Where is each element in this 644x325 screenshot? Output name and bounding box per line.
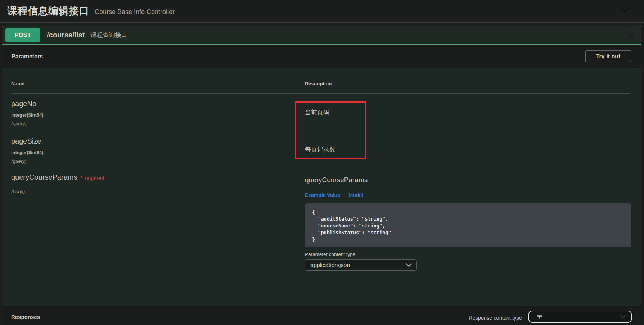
model-tabs: Example Value Model bbox=[305, 192, 363, 198]
param-name-row: queryCourseParams * required bbox=[11, 173, 104, 181]
tag-header: 课程信息编辑接口 Course Base Info Controller bbox=[0, 0, 644, 23]
operation-path: /course/list bbox=[47, 31, 85, 39]
response-content-type-select[interactable]: */* bbox=[528, 311, 632, 323]
response-content-type-value: */* bbox=[529, 314, 542, 320]
param-name-pageSize: pageSize bbox=[11, 137, 41, 145]
responses-header: Responses Response content type */* bbox=[2, 306, 641, 325]
param-description-pageNo: 当前页码 bbox=[305, 108, 329, 117]
responses-title: Responses bbox=[11, 314, 40, 320]
parameters-header: Parameters Try it out bbox=[2, 45, 641, 68]
tag-subtitle: Course Base Info Controller bbox=[95, 7, 175, 16]
response-content-type-label: Response content type bbox=[469, 315, 522, 321]
opblock-summary[interactable]: POST /course/list 课程查询接口 bbox=[2, 26, 641, 45]
tab-separator bbox=[344, 192, 344, 198]
param-type-pageNo: integer($int64) bbox=[11, 112, 44, 118]
chevron-down-icon[interactable] bbox=[621, 7, 630, 13]
swagger-page: 课程信息编辑接口 Course Base Info Controller POS… bbox=[0, 0, 644, 325]
example-value-block[interactable]: { "auditStatus": "string", "courseName":… bbox=[305, 203, 631, 247]
required-label: required bbox=[85, 175, 104, 181]
parameter-content-type-label: Parameter content type bbox=[305, 252, 355, 257]
param-type-pageSize: integer($int64) bbox=[11, 150, 44, 155]
parameters-title: Parameters bbox=[12, 53, 43, 60]
parameter-content-type-value: application/json bbox=[305, 262, 350, 268]
param-location-pageSize: (query) bbox=[11, 158, 27, 164]
chevron-down-icon bbox=[406, 263, 412, 267]
lock-open-icon[interactable] bbox=[626, 31, 635, 40]
operation-summary: 课程查询接口 bbox=[91, 31, 127, 39]
tab-model[interactable]: Model bbox=[348, 192, 363, 198]
parameter-content-type-select[interactable]: application/json bbox=[305, 259, 417, 271]
opblock-post: POST /course/list 课程查询接口 Parameters Try … bbox=[2, 26, 641, 325]
column-header-description: Description bbox=[305, 81, 332, 86]
param-location-pageNo: (query) bbox=[11, 121, 27, 126]
chevron-down-icon bbox=[620, 315, 626, 319]
try-it-out-button[interactable]: Try it out bbox=[585, 50, 631, 62]
example-json: { "auditStatus": "string", "courseName":… bbox=[312, 209, 624, 243]
tab-example-value[interactable]: Example Value bbox=[305, 192, 340, 198]
table-header-divider bbox=[11, 93, 630, 94]
param-location-queryCourseParams: (body) bbox=[11, 189, 25, 194]
tag-title: 课程信息编辑接口 bbox=[7, 4, 89, 18]
param-name-pageNo: pageNo bbox=[11, 100, 36, 108]
column-header-name: Name bbox=[11, 81, 24, 86]
required-star: * bbox=[80, 175, 82, 181]
body-model-title: queryCourseParams bbox=[305, 176, 368, 184]
param-description-pageSize: 每页记录数 bbox=[305, 145, 335, 154]
param-name-queryCourseParams: queryCourseParams bbox=[11, 173, 77, 181]
method-badge: POST bbox=[5, 28, 40, 42]
parameters-table: Name Description pageNo integer($int64) … bbox=[2, 68, 641, 306]
